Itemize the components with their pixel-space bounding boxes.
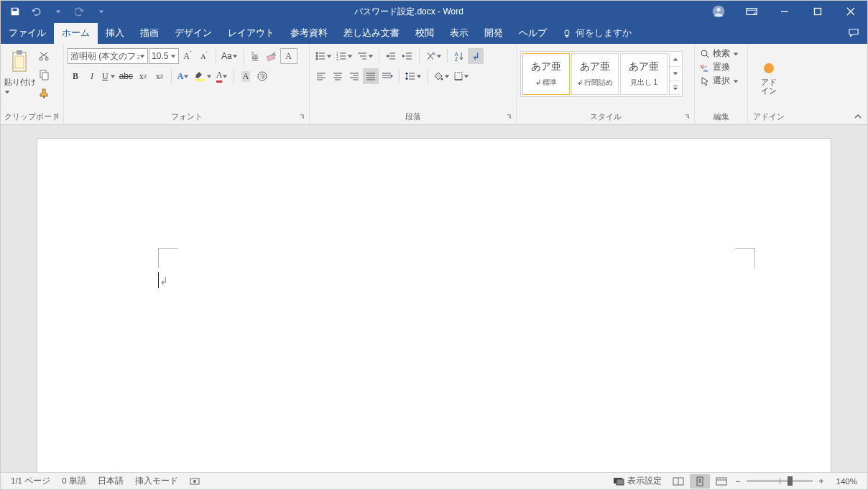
group-styles: あア亜↲ 標準 あア亜↲ 行間詰め あア亜見出し 1 スタイル — [517, 44, 695, 124]
comments-button[interactable] — [840, 22, 867, 44]
tab-insert[interactable]: 挿入 — [98, 23, 132, 44]
borders-button[interactable] — [452, 68, 471, 84]
increase-indent-button[interactable] — [400, 48, 415, 64]
minimize-button[interactable] — [768, 1, 801, 22]
document-page[interactable]: ↲ — [37, 138, 831, 472]
tab-mailings[interactable]: 差し込み文書 — [336, 23, 407, 44]
tell-me[interactable]: 何をしますか — [555, 23, 639, 44]
show-paragraph-marks-button[interactable]: ↲ — [468, 48, 484, 64]
copy-button[interactable] — [36, 67, 52, 83]
paste-button[interactable]: 貼り付け — [4, 47, 36, 111]
collapse-ribbon-button[interactable] — [853, 111, 863, 121]
styles-scroll-down[interactable] — [670, 67, 680, 80]
superscript-button[interactable]: x2 — [152, 68, 167, 84]
scissors-icon — [38, 50, 50, 62]
character-shading-button[interactable]: A — [238, 68, 254, 84]
clipboard-dialog-launcher[interactable] — [52, 113, 60, 120]
character-border-button[interactable]: A — [280, 48, 297, 64]
tab-view[interactable]: 表示 — [442, 23, 476, 44]
styles-scroll-up[interactable] — [670, 53, 680, 67]
shading-button[interactable] — [431, 68, 451, 84]
asian-layout-button[interactable]: A — [423, 48, 443, 64]
zoom-percent[interactable]: 140% — [830, 477, 863, 486]
align-left-button[interactable] — [313, 68, 329, 84]
tab-developer[interactable]: 開発 — [476, 23, 511, 44]
tab-design[interactable]: デザイン — [167, 23, 220, 44]
zoom-out-button[interactable]: − — [732, 473, 744, 489]
tab-home[interactable]: ホーム — [54, 23, 98, 44]
highlight-button[interactable] — [192, 68, 213, 84]
grow-font-button[interactable]: Aˆ — [180, 48, 195, 64]
save-button[interactable] — [6, 3, 24, 20]
tab-review[interactable]: 校閲 — [407, 23, 442, 44]
text-effects-button[interactable]: A — [175, 68, 191, 84]
view-read-mode[interactable] — [668, 474, 688, 489]
paragraph-dialog-launcher[interactable] — [505, 113, 512, 120]
maximize-button[interactable] — [801, 1, 834, 22]
undo-button[interactable] — [28, 3, 45, 20]
tab-file[interactable]: ファイル — [1, 23, 54, 44]
font-name-combo[interactable] — [68, 48, 148, 64]
ribbon-display-options[interactable] — [735, 1, 768, 22]
zoom-thumb[interactable] — [788, 476, 793, 486]
style-normal[interactable]: あア亜↲ 標準 — [522, 53, 570, 95]
addins-button[interactable]: アド イン — [753, 47, 785, 111]
document-area[interactable]: ↲ — [1, 125, 867, 472]
change-case-button[interactable]: Aa — [220, 48, 239, 64]
styles-dialog-launcher[interactable] — [683, 113, 691, 120]
bullets-icon — [315, 51, 326, 61]
font-dialog-launcher[interactable] — [298, 113, 305, 120]
align-right-button[interactable] — [346, 68, 362, 84]
font-color-button[interactable]: A — [214, 68, 230, 84]
distributed-button[interactable] — [379, 68, 395, 84]
enclose-characters-button[interactable]: 字 — [254, 68, 270, 84]
style-heading1[interactable]: あア亜見出し 1 — [620, 53, 668, 95]
find-button[interactable]: 検索 — [700, 48, 739, 59]
redo-button[interactable] — [71, 3, 88, 20]
tab-layout[interactable]: レイアウト — [220, 23, 282, 44]
format-painter-button[interactable] — [36, 85, 52, 101]
bold-button[interactable]: B — [68, 68, 83, 84]
tab-draw[interactable]: 描画 — [132, 23, 167, 44]
tab-help[interactable]: ヘルプ — [511, 23, 555, 44]
bullets-button[interactable] — [313, 48, 333, 64]
strikethrough-button[interactable]: abc — [118, 68, 134, 84]
close-button[interactable] — [834, 1, 867, 22]
status-display-settings[interactable]: 表示設定 — [607, 476, 668, 486]
sort-button[interactable]: AZ — [451, 48, 467, 64]
decrease-indent-button[interactable] — [383, 48, 399, 64]
svg-rect-6 — [15, 56, 24, 68]
multilevel-list-button[interactable] — [355, 48, 375, 64]
shrink-font-button[interactable]: Aˇ — [196, 48, 212, 64]
select-button[interactable]: 選択 — [700, 75, 739, 86]
underline-button[interactable]: U — [101, 68, 117, 84]
svg-rect-11 — [43, 96, 45, 98]
replace-button[interactable]: abac置換 — [700, 62, 739, 73]
font-size-combo[interactable] — [149, 48, 179, 64]
numbering-button[interactable]: 123 — [334, 48, 354, 64]
qat-customize[interactable] — [93, 3, 110, 20]
zoom-slider[interactable] — [747, 480, 813, 482]
zoom-in-button[interactable]: + — [816, 473, 827, 489]
status-insert-mode[interactable]: 挿入モード — [129, 476, 184, 486]
justify-button[interactable] — [363, 68, 379, 84]
status-language[interactable]: 日本語 — [92, 476, 129, 486]
status-page[interactable]: 1/1 ページ — [5, 476, 56, 486]
account-icon[interactable] — [702, 1, 735, 22]
italic-button[interactable]: I — [84, 68, 100, 84]
undo-dropdown[interactable] — [50, 3, 67, 20]
clear-formatting-button[interactable]: A — [264, 48, 280, 64]
phonetic-guide-button[interactable]: ア亜 — [247, 48, 263, 64]
cut-button[interactable] — [36, 48, 52, 64]
view-print-layout[interactable] — [690, 474, 710, 489]
style-no-spacing[interactable]: あア亜↲ 行間詰め — [571, 53, 619, 95]
line-spacing-button[interactable] — [403, 68, 423, 84]
styles-expand[interactable] — [670, 81, 680, 95]
status-word-count[interactable]: 0 単語 — [56, 476, 92, 486]
align-center-button[interactable] — [330, 68, 346, 84]
subscript-button[interactable]: x2 — [135, 68, 151, 84]
view-web-layout[interactable] — [711, 474, 731, 489]
status-macro[interactable] — [184, 477, 206, 486]
tab-references[interactable]: 参考資料 — [282, 23, 336, 44]
align-center-icon — [333, 72, 343, 80]
